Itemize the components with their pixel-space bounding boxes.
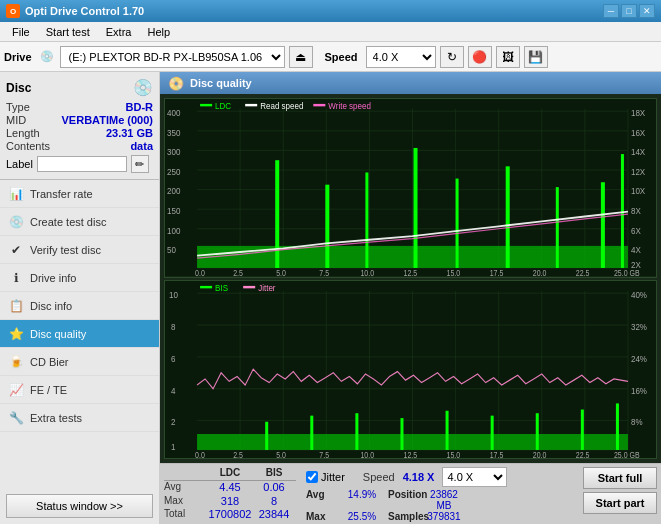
nav-create-test-disc[interactable]: 💿 Create test disc (0, 208, 159, 236)
jitter-checkbox[interactable] (306, 471, 318, 483)
svg-text:350: 350 (167, 127, 180, 138)
title-bar: O Opti Drive Control 1.70 ─ □ ✕ (0, 0, 661, 22)
speed-select-stat[interactable]: 4.0 X (442, 467, 507, 487)
svg-text:5.0: 5.0 (276, 450, 286, 458)
bis-header: BIS (252, 467, 296, 481)
svg-text:8%: 8% (631, 416, 643, 427)
label-edit-button[interactable]: ✏ (131, 155, 149, 173)
nav-disc-info[interactable]: 📋 Disc info (0, 292, 159, 320)
nav-fe-te[interactable]: 📈 FE / TE (0, 376, 159, 404)
drive-select[interactable]: (E:) PLEXTOR BD-R PX-LB950SA 1.06 (60, 46, 285, 68)
length-value: 23.31 GB (106, 127, 153, 139)
jitter-checkbox-label[interactable]: Jitter (306, 471, 345, 483)
nav-transfer-rate[interactable]: 📊 Transfer rate (0, 180, 159, 208)
avg-ldc: 4.45 (208, 481, 252, 495)
svg-rect-23 (365, 172, 368, 267)
drive-label: Drive (4, 51, 32, 63)
nav-disc-quality[interactable]: ⭐ Disc quality (0, 320, 159, 348)
svg-text:16X: 16X (631, 127, 645, 138)
nav-items: 📊 Transfer rate 💿 Create test disc ✔ Ver… (0, 180, 159, 488)
start-full-button[interactable]: Start full (583, 467, 657, 489)
svg-text:12.5: 12.5 (403, 269, 417, 277)
svg-text:24%: 24% (631, 353, 647, 364)
nav-disc-info-label: Disc info (30, 300, 72, 312)
svg-text:20.0: 20.0 (533, 450, 547, 458)
svg-rect-87 (491, 415, 494, 449)
contents-label: Contents (6, 140, 50, 152)
length-label: Length (6, 127, 40, 139)
eject-button[interactable]: ⏏ (289, 46, 313, 68)
total-label: Total (164, 508, 208, 522)
svg-text:2.5: 2.5 (233, 450, 243, 458)
mid-label: MID (6, 114, 26, 126)
transfer-rate-icon: 📊 (8, 186, 24, 202)
speed-label-stat: Speed (363, 471, 395, 483)
label-input[interactable] (37, 156, 127, 172)
save-button[interactable]: 💾 (524, 46, 548, 68)
menu-start-test[interactable]: Start test (38, 24, 98, 40)
upper-chart: 400 350 300 250 200 150 100 50 18X 16X 1… (164, 98, 657, 278)
svg-rect-115 (243, 285, 255, 287)
svg-text:40%: 40% (631, 289, 647, 300)
svg-rect-84 (355, 413, 358, 450)
svg-text:4X: 4X (631, 244, 641, 255)
svg-text:22.5: 22.5 (576, 450, 590, 458)
svg-text:17.5: 17.5 (490, 450, 504, 458)
nav-verify-test-disc[interactable]: ✔ Verify test disc (0, 236, 159, 264)
svg-text:Read speed: Read speed (260, 100, 303, 111)
nav-cd-bier[interactable]: 🍺 CD Bier (0, 348, 159, 376)
app-icon: O (6, 4, 20, 18)
speed-select[interactable]: 4.0 X (366, 46, 436, 68)
menu-help[interactable]: Help (139, 24, 178, 40)
status-window-button[interactable]: Status window >> (6, 494, 153, 518)
ldc-header: LDC (208, 467, 252, 481)
svg-rect-88 (536, 413, 539, 450)
svg-text:150: 150 (167, 205, 180, 216)
svg-text:200: 200 (167, 186, 180, 197)
svg-rect-90 (616, 403, 619, 450)
disc-panel: Disc 💿 Type BD-R MID VERBATIMe (000) Len… (0, 72, 159, 180)
burn-button[interactable]: 🔴 (468, 46, 492, 68)
menu-extra[interactable]: Extra (98, 24, 140, 40)
svg-rect-27 (556, 187, 559, 268)
svg-text:Write speed: Write speed (328, 100, 371, 111)
svg-text:10X: 10X (631, 186, 645, 197)
svg-text:18X: 18X (631, 107, 645, 118)
svg-rect-29 (621, 154, 624, 268)
svg-text:6: 6 (171, 353, 175, 364)
max-label: Max (164, 495, 208, 509)
svg-rect-82 (265, 421, 268, 449)
svg-text:300: 300 (167, 147, 180, 158)
chart-header-icon: 📀 (168, 76, 184, 91)
drive-icon: 💿 (40, 50, 54, 63)
nav-cd-bier-label: CD Bier (30, 356, 69, 368)
nav-transfer-rate-label: Transfer rate (30, 188, 93, 200)
svg-rect-24 (414, 148, 418, 268)
nav-extra-tests[interactable]: 🔧 Extra tests (0, 404, 159, 432)
nav-drive-info[interactable]: ℹ Drive info (0, 264, 159, 292)
close-button[interactable]: ✕ (639, 4, 655, 18)
svg-rect-86 (446, 410, 449, 449)
svg-text:32%: 32% (631, 321, 647, 332)
menu-file[interactable]: File (4, 24, 38, 40)
svg-text:25.0 GB: 25.0 GB (614, 269, 640, 277)
settings-button[interactable]: 🖼 (496, 46, 520, 68)
svg-text:16%: 16% (631, 384, 647, 395)
create-test-disc-icon: 💿 (8, 214, 24, 230)
nav-extra-tests-label: Extra tests (30, 412, 82, 424)
maximize-button[interactable]: □ (621, 4, 637, 18)
max-ldc: 318 (208, 495, 252, 509)
svg-text:2.5: 2.5 (233, 269, 243, 277)
sidebar: Disc 💿 Type BD-R MID VERBATIMe (000) Len… (0, 72, 160, 524)
svg-text:Jitter: Jitter (258, 282, 275, 293)
refresh-button[interactable]: ↻ (440, 46, 464, 68)
svg-rect-26 (506, 166, 510, 268)
max-bis: 8 (252, 495, 296, 509)
label-key: Label (6, 158, 33, 170)
svg-text:LDC: LDC (215, 100, 232, 111)
speed-value-stat: 4.18 X (403, 471, 435, 483)
minimize-button[interactable]: ─ (603, 4, 619, 18)
svg-text:22.5: 22.5 (576, 269, 590, 277)
svg-text:100: 100 (167, 225, 180, 236)
start-part-button[interactable]: Start part (583, 492, 657, 514)
